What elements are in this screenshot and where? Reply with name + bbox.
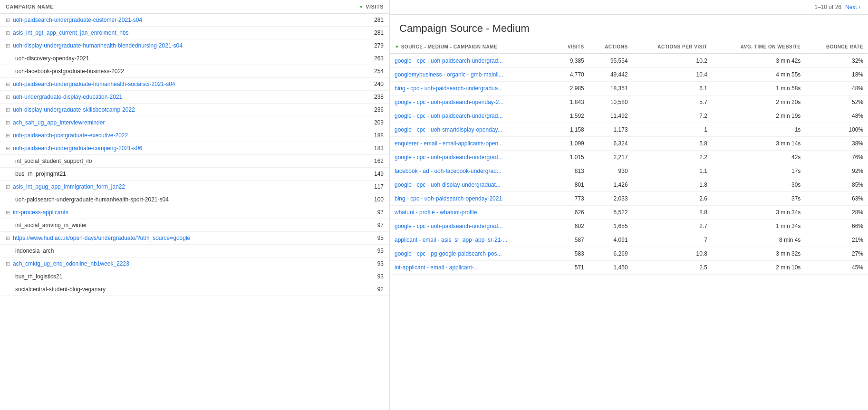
- row-visits: 93: [377, 273, 384, 280]
- campaign-name-link[interactable]: uoh-paidsearch-undergraduate-humanhealth…: [13, 81, 175, 87]
- table-row: uoh-discovery-openday-2021263: [0, 52, 389, 65]
- expand-icon[interactable]: ⊞: [6, 235, 10, 241]
- actions-cell: 1,426: [589, 178, 633, 192]
- next-page-link[interactable]: Next ›: [845, 4, 860, 10]
- bounce-cell: 52%: [805, 95, 868, 109]
- row-visits: 183: [374, 145, 384, 152]
- table-row: ⊞uoh-paidsearch-undergraduate-humanhealt…: [0, 78, 389, 91]
- actions-cell: 6,324: [589, 137, 633, 151]
- row-visits: 95: [377, 235, 384, 241]
- table-row: int-applicant - email - applicant-...571…: [390, 261, 868, 275]
- source-medium-cell[interactable]: google - cpc - uoh-display-undergraduat.…: [390, 178, 554, 192]
- row-name-cell: ⊞asis_int_pgt_app_current_jan_enrolment_…: [6, 29, 129, 36]
- bounce-cell: 18%: [805, 68, 868, 82]
- campaign-name-link[interactable]: ach_sah_ug_app_interviewreminder: [13, 119, 105, 126]
- avgtime-cell: 4 min 55s: [712, 68, 806, 82]
- campaign-name-link[interactable]: uoh-undergraduate-display-education-2021: [13, 94, 122, 100]
- table-row: ⊞https://www.hud.ac.uk/open-days/undergr…: [0, 232, 389, 245]
- source-medium-cell[interactable]: google - cpc - uoh-smartdisplay-openday.…: [390, 123, 554, 137]
- expand-icon[interactable]: ⊞: [6, 43, 10, 49]
- actions-cell: 2,033: [589, 192, 633, 206]
- row-visits: 97: [377, 222, 384, 229]
- source-medium-cell[interactable]: bing - cpc - uoh-paidsearch-openday-2021: [390, 192, 554, 206]
- source-medium-cell[interactable]: int-applicant - email - applicant-...: [390, 261, 554, 275]
- table-row: ⊞uoh-paidsearch-postgraduate-executive-2…: [0, 129, 389, 142]
- table-row: ⊞uoh-paidsearch-undergraduate-customer-2…: [0, 14, 389, 27]
- expand-icon[interactable]: ⊞: [6, 17, 10, 23]
- col-apv-header: ACTIONS PER VISIT: [633, 40, 712, 54]
- campaign-name-link[interactable]: https://www.hud.ac.uk/open-days/undergra…: [13, 235, 190, 241]
- campaign-name-text: int_social_student_support_ilo: [6, 158, 92, 164]
- actions-cell: 1,450: [589, 261, 633, 275]
- source-medium-cell[interactable]: whatuni - profile - whatuni-profile: [390, 206, 554, 219]
- table-row: socialcentral-student-blog-veganary92: [0, 283, 389, 296]
- table-row: google - cpc - uoh-paidsearch-undergrad.…: [390, 219, 868, 233]
- row-name-cell: ⊞uoh-display-undergraduate-skillsbootcam…: [6, 106, 135, 113]
- campaign-name-link[interactable]: ach_cmktg_ug_enq_odonline_nb1week_2223: [13, 260, 129, 267]
- source-medium-cell[interactable]: googlemybusiness - organic - gmb-mainli.…: [390, 68, 554, 82]
- sort-green-icon: ▼: [395, 44, 399, 49]
- bounce-cell: 27%: [805, 247, 868, 261]
- expand-icon[interactable]: ⊞: [6, 184, 10, 190]
- table-row: int_social_arriving_in_winter97: [0, 219, 389, 232]
- table-row: google - cpc - uoh-paidsearch-openday-2.…: [390, 95, 868, 109]
- source-medium-cell[interactable]: google - cpc - uoh-paidsearch-undergrad.…: [390, 109, 554, 123]
- source-medium-cell[interactable]: facebook - ad - uoh-facebook-undergrad..…: [390, 164, 554, 178]
- bounce-cell: 63%: [805, 192, 868, 206]
- row-name-cell: indonesia_arch: [6, 248, 54, 254]
- source-medium-cell[interactable]: applicant - email - asis_sr_app_app_sr-2…: [390, 233, 554, 247]
- expand-icon[interactable]: ⊞: [6, 133, 10, 139]
- visits-cell: 813: [554, 164, 588, 178]
- campaign-name-text: bus_rh_logistics21: [6, 273, 62, 280]
- expand-icon[interactable]: ⊞: [6, 30, 10, 36]
- source-medium-cell[interactable]: google - cpc - pg-google-paidsearch-pos.…: [390, 247, 554, 261]
- source-medium-cell[interactable]: enquierer - email - email-applicants-ope…: [390, 137, 554, 151]
- table-row: facebook - ad - uoh-facebook-undergrad..…: [390, 164, 868, 178]
- campaign-name-link[interactable]: uoh-paidsearch-undergraduate-compeng-202…: [13, 145, 142, 152]
- visits-cell: 1,592: [554, 109, 588, 123]
- row-visits: 263: [374, 55, 384, 62]
- source-medium-cell[interactable]: google - cpc - uoh-paidsearch-undergrad.…: [390, 219, 554, 233]
- apv-cell: 6.1: [633, 82, 712, 95]
- expand-icon[interactable]: ⊞: [6, 94, 10, 100]
- expand-icon[interactable]: ⊞: [6, 107, 10, 113]
- campaign-name-link[interactable]: uoh-display-undergraduate-skillsbootcamp…: [13, 106, 135, 113]
- campaign-name-link[interactable]: asis_int_pgt_app_current_jan_enrolment_h…: [13, 29, 129, 36]
- table-row: applicant - email - asis_sr_app_app_sr-2…: [390, 233, 868, 247]
- table-row: whatuni - profile - whatuni-profile6265,…: [390, 206, 868, 219]
- row-name-cell: ⊞ach_cmktg_ug_enq_odonline_nb1week_2223: [6, 260, 129, 267]
- table-row: bus_rh_projmgmt21149: [0, 168, 389, 181]
- apv-cell: 7.2: [633, 109, 712, 123]
- campaign-name-link[interactable]: uoh-paidsearch-postgraduate-executive-20…: [13, 132, 128, 139]
- expand-icon[interactable]: ⊞: [6, 81, 10, 87]
- table-row: google - cpc - uoh-paidsearch-undergrad.…: [390, 109, 868, 123]
- visits-cell: 587: [554, 233, 588, 247]
- row-name-cell: uoh-discovery-openday-2021: [6, 55, 89, 62]
- source-medium-cell[interactable]: google - cpc - uoh-paidsearch-openday-2.…: [390, 95, 554, 109]
- expand-icon[interactable]: ⊞: [6, 120, 10, 126]
- expand-icon[interactable]: ⊞: [6, 210, 10, 216]
- avgtime-cell: 37s: [712, 192, 806, 206]
- apv-cell: 10.2: [633, 54, 712, 68]
- campaign-name-link[interactable]: int-process-applicants: [13, 209, 68, 216]
- campaign-name-link[interactable]: asis_int_pgug_app_immigration_form_jan22: [13, 183, 125, 190]
- table-row: int_social_student_support_ilo162: [0, 155, 389, 168]
- source-medium-cell[interactable]: google - cpc - uoh-paidsearch-undergrad.…: [390, 151, 554, 164]
- row-visits: 117: [374, 183, 384, 190]
- campaign-name-link[interactable]: uoh-display-undergraduate-humanhealth-bl…: [13, 42, 183, 49]
- expand-icon[interactable]: ⊞: [6, 261, 10, 267]
- expand-icon[interactable]: ⊞: [6, 145, 10, 152]
- bounce-cell: 92%: [805, 164, 868, 178]
- table-row: uoh-paidsearch-undergraduate-humanhealth…: [0, 193, 389, 206]
- apv-cell: 1: [633, 123, 712, 137]
- actions-cell: 49,442: [589, 68, 633, 82]
- source-medium-cell[interactable]: google - cpc - uoh-paidsearch-undergrad.…: [390, 54, 554, 68]
- row-visits: 100: [374, 196, 384, 203]
- table-row: uoh-facebook-postgraduate-business-20222…: [0, 65, 389, 78]
- campaign-name-link[interactable]: uoh-paidsearch-undergraduate-customer-20…: [13, 17, 142, 23]
- source-medium-cell[interactable]: bing - cpc - uoh-paidsearch-undergradua.…: [390, 82, 554, 95]
- avgtime-cell: 8 min 4s: [712, 233, 806, 247]
- row-name-cell: uoh-facebook-postgraduate-business-2022: [6, 68, 124, 75]
- row-visits: 97: [377, 209, 384, 216]
- table-row: indonesia_arch95: [0, 245, 389, 257]
